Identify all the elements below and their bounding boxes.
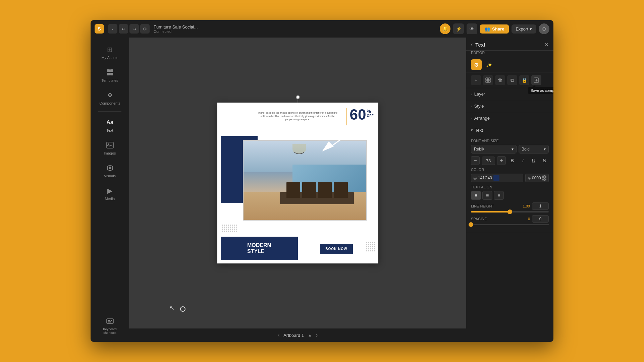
bold-button[interactable]: B xyxy=(508,156,517,165)
sidebar-item-label: Visuals xyxy=(104,174,116,178)
svg-point-11 xyxy=(112,169,113,170)
save-component-button[interactable] xyxy=(531,75,541,85)
svg-rect-13 xyxy=(108,320,109,321)
undo-button[interactable]: ↩ xyxy=(119,24,128,34)
italic-button[interactable]: I xyxy=(519,156,527,165)
prev-artboard-button[interactable]: ‹ xyxy=(278,332,279,338)
layer-section-header[interactable]: › Layer xyxy=(466,88,553,100)
align-center-button[interactable]: ≡ xyxy=(482,191,492,200)
color-section: COLOR ◎ 141C40 ◈ 0000 xyxy=(471,168,549,182)
sidebar-item-label: Keyboard shortcuts xyxy=(98,327,122,335)
svg-rect-16 xyxy=(108,321,109,322)
design-top-text: Interior design is the art and science o… xyxy=(258,111,338,121)
align-right-button[interactable]: ≡ xyxy=(494,191,504,200)
text-align-section: TEXT ALIGN ≡ ≡ ≡ xyxy=(471,185,549,200)
sidebar-item-my-assets[interactable]: ⊞ My Assets xyxy=(95,42,125,63)
design-card[interactable]: Interior design is the art and science o… xyxy=(217,103,378,263)
my-assets-icon: ⊞ xyxy=(105,45,115,54)
spacing-controls: 0 xyxy=(528,215,549,223)
sidebar-item-label: My Assets xyxy=(101,56,118,60)
line-height-controls: 1.00 xyxy=(523,202,549,210)
svg-rect-12 xyxy=(107,319,113,323)
svg-rect-23 xyxy=(486,80,488,82)
spacing-input[interactable] xyxy=(532,215,549,223)
spacing-section: SPACING 0 xyxy=(471,215,549,225)
sidebar-item-visuals[interactable]: Visuals xyxy=(95,160,125,181)
panel-back-button[interactable]: ‹ xyxy=(471,42,473,48)
lock-button[interactable]: 🔒 xyxy=(519,75,529,85)
svg-rect-15 xyxy=(111,320,112,321)
arrange-section: › Arrange xyxy=(466,112,553,124)
sidebar-item-components[interactable]: ❖ Components xyxy=(95,87,125,109)
underline-button[interactable]: U xyxy=(529,156,538,165)
sidebar-item-media[interactable]: ▶ Media xyxy=(95,183,125,204)
settings-button[interactable]: ⚙ xyxy=(140,24,150,34)
style-section-header[interactable]: › Style xyxy=(466,100,553,112)
lightning-button[interactable]: ⚡ xyxy=(453,23,464,34)
text-chevron: ▾ xyxy=(471,128,473,132)
keyboard-shortcuts-button[interactable]: Keyboard shortcuts xyxy=(95,313,125,338)
delete-button[interactable]: 🗑 xyxy=(495,75,505,85)
panel-header: ‹ Text ✕ xyxy=(466,38,553,51)
font-size-value[interactable]: 73 xyxy=(482,157,495,165)
main-content: ⊞ My Assets Templates ❖ Components xyxy=(91,38,553,342)
artboard-expand-button[interactable]: ▲ xyxy=(308,333,312,338)
group-button[interactable] xyxy=(483,75,493,85)
add-element-button[interactable]: + xyxy=(471,75,481,85)
arrange-chevron: › xyxy=(471,116,472,120)
room-chair xyxy=(302,182,316,198)
line-height-thumb[interactable] xyxy=(507,209,512,214)
arrange-section-header[interactable]: › Arrange xyxy=(466,112,553,124)
design-main-image xyxy=(243,140,367,221)
size-increase-button[interactable]: + xyxy=(497,156,506,165)
tab-style[interactable]: ⚙ xyxy=(471,59,482,70)
color-picker[interactable]: ◎ 141C40 xyxy=(471,174,523,182)
sidebar-item-templates[interactable]: Templates xyxy=(95,64,125,86)
font-weight-select[interactable]: Bold ▾ xyxy=(519,145,549,154)
text-section-header[interactable]: ▾ Text xyxy=(466,124,553,136)
spacing-label: SPACING xyxy=(471,217,487,221)
color-dot-icon: ◎ xyxy=(473,176,477,180)
canvas-area: Interior design is the art and science o… xyxy=(129,38,466,342)
spacing-slider[interactable] xyxy=(471,224,549,225)
visuals-icon xyxy=(105,163,115,173)
canvas-viewport[interactable]: Interior design is the art and science o… xyxy=(129,38,466,328)
text-align-label: TEXT ALIGN xyxy=(471,185,549,189)
app-logo[interactable]: S xyxy=(95,24,104,34)
right-panel: ‹ Text ✕ EDITOR ⚙ ✨ + 🗑 xyxy=(466,38,553,342)
cursor-icon: ↖ xyxy=(169,304,174,312)
color-hex-value: 141C40 xyxy=(478,176,492,180)
back-button[interactable]: ‹ xyxy=(108,24,117,34)
redo-button[interactable]: ↪ xyxy=(129,24,139,34)
view-button[interactable]: 👁 xyxy=(467,23,477,34)
strikethrough-button[interactable]: S xyxy=(540,156,549,165)
dots-decoration-right xyxy=(366,242,375,251)
line-height-input[interactable] xyxy=(532,202,549,210)
sidebar-item-label: Images xyxy=(104,151,116,155)
title-bar-nav: ‹ ↩ ↪ ⚙ xyxy=(108,24,150,34)
room-chair xyxy=(318,182,332,198)
line-height-slider[interactable] xyxy=(471,211,549,213)
font-family-select[interactable]: Rubik ▾ xyxy=(471,145,517,154)
spacing-header: SPACING 0 xyxy=(471,215,549,223)
tab-magic[interactable]: ✨ xyxy=(484,59,494,70)
sidebar-item-label: Templates xyxy=(101,78,118,82)
size-decrease-button[interactable]: − xyxy=(471,156,480,165)
notifications-button[interactable]: 🔔 xyxy=(440,23,450,34)
user-avatar[interactable]: O xyxy=(539,23,549,34)
opacity-field[interactable]: ◈ 0000 xyxy=(525,174,549,182)
spacing-thumb[interactable] xyxy=(469,222,473,227)
sidebar-item-text[interactable]: Aa Text xyxy=(95,114,125,136)
share-button[interactable]: 👥 Share xyxy=(480,24,509,34)
sidebar-item-label: Media xyxy=(105,197,115,201)
panel-close-button[interactable]: ✕ xyxy=(545,42,549,47)
sidebar-item-images[interactable]: Images xyxy=(95,137,125,159)
anchor-point xyxy=(296,95,300,99)
export-button[interactable]: Export ▾ xyxy=(512,24,536,34)
room-chair xyxy=(286,182,300,198)
svg-rect-1 xyxy=(110,69,113,72)
align-left-button[interactable]: ≡ xyxy=(471,191,481,200)
next-artboard-button[interactable]: › xyxy=(316,332,318,338)
duplicate-button[interactable]: ⧉ xyxy=(507,75,517,85)
font-size-row: − 73 + B I U S xyxy=(471,156,549,165)
